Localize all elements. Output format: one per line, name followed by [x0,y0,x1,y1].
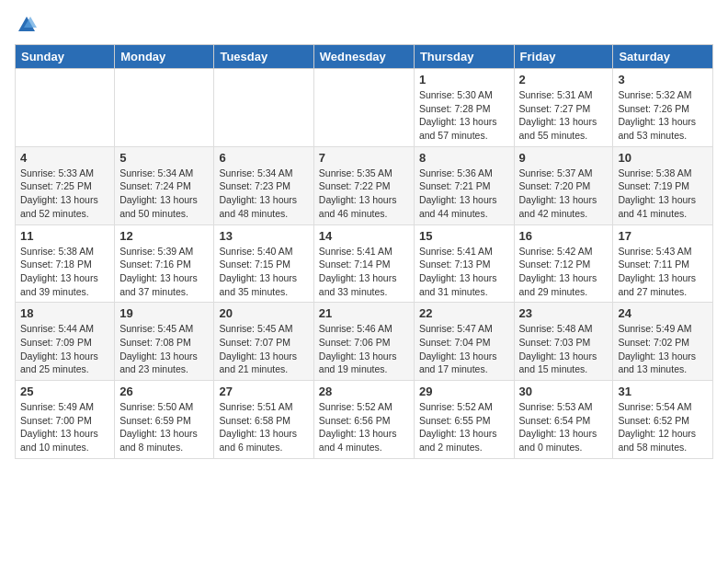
weekday-header-thursday: Thursday [414,45,514,69]
calendar-cell: 12Sunrise: 5:39 AM Sunset: 7:16 PM Dayli… [115,224,214,303]
calendar-cell: 4Sunrise: 5:33 AM Sunset: 7:25 PM Daylig… [16,146,115,224]
weekday-header-saturday: Saturday [613,45,713,69]
calendar-cell: 13Sunrise: 5:40 AM Sunset: 7:15 PM Dayli… [214,224,313,303]
day-number: 4 [20,151,109,165]
calendar-week-row: 4Sunrise: 5:33 AM Sunset: 7:25 PM Daylig… [16,146,713,224]
day-info: Sunrise: 5:52 AM Sunset: 6:55 PM Dayligh… [419,400,509,454]
day-number: 7 [319,151,409,165]
day-info: Sunrise: 5:48 AM Sunset: 7:03 PM Dayligh… [519,322,609,376]
day-number: 29 [419,385,509,398]
day-info: Sunrise: 5:34 AM Sunset: 7:24 PM Dayligh… [119,167,209,221]
weekday-header-wednesday: Wednesday [313,45,414,69]
day-number: 1 [419,73,509,86]
day-info: Sunrise: 5:52 AM Sunset: 6:56 PM Dayligh… [319,400,409,454]
calendar-cell [313,69,414,147]
day-number: 21 [319,306,409,320]
calendar-cell: 20Sunrise: 5:45 AM Sunset: 7:07 PM Dayli… [214,303,313,381]
calendar-cell: 18Sunrise: 5:44 AM Sunset: 7:09 PM Dayli… [16,303,115,381]
calendar-cell: 21Sunrise: 5:46 AM Sunset: 7:06 PM Dayli… [313,303,414,381]
calendar-cell: 10Sunrise: 5:38 AM Sunset: 7:19 PM Dayli… [613,146,713,224]
day-number: 12 [119,229,209,243]
day-info: Sunrise: 5:30 AM Sunset: 7:28 PM Dayligh… [419,88,509,143]
calendar-cell: 5Sunrise: 5:34 AM Sunset: 7:24 PM Daylig… [115,146,214,224]
day-info: Sunrise: 5:35 AM Sunset: 7:22 PM Dayligh… [319,167,409,221]
day-info: Sunrise: 5:34 AM Sunset: 7:23 PM Dayligh… [219,167,308,221]
day-info: Sunrise: 5:46 AM Sunset: 7:06 PM Dayligh… [319,322,409,376]
weekday-header-sunday: Sunday [16,45,115,69]
day-number: 27 [219,385,308,398]
day-number: 9 [519,151,609,165]
calendar-cell [16,69,115,147]
calendar-cell: 7Sunrise: 5:35 AM Sunset: 7:22 PM Daylig… [313,146,414,224]
logo [15,15,37,35]
day-number: 14 [319,229,409,243]
day-info: Sunrise: 5:40 AM Sunset: 7:15 PM Dayligh… [219,245,308,299]
calendar-cell: 6Sunrise: 5:34 AM Sunset: 7:23 PM Daylig… [214,146,313,224]
day-info: Sunrise: 5:53 AM Sunset: 6:54 PM Dayligh… [519,400,609,454]
calendar-cell: 1Sunrise: 5:30 AM Sunset: 7:28 PM Daylig… [414,69,514,147]
calendar-table: SundayMondayTuesdayWednesdayThursdayFrid… [15,44,713,459]
day-info: Sunrise: 5:50 AM Sunset: 6:59 PM Dayligh… [119,400,209,454]
calendar-cell: 16Sunrise: 5:42 AM Sunset: 7:12 PM Dayli… [514,224,613,303]
day-number: 8 [419,151,509,165]
day-info: Sunrise: 5:51 AM Sunset: 6:58 PM Dayligh… [219,400,308,454]
day-info: Sunrise: 5:33 AM Sunset: 7:25 PM Dayligh… [20,167,109,221]
day-number: 5 [119,151,209,165]
calendar-cell: 28Sunrise: 5:52 AM Sunset: 6:56 PM Dayli… [313,381,414,459]
day-info: Sunrise: 5:43 AM Sunset: 7:11 PM Dayligh… [618,245,708,299]
day-number: 25 [20,385,109,398]
day-info: Sunrise: 5:41 AM Sunset: 7:13 PM Dayligh… [419,245,509,299]
day-info: Sunrise: 5:39 AM Sunset: 7:16 PM Dayligh… [119,245,209,299]
day-info: Sunrise: 5:41 AM Sunset: 7:14 PM Dayligh… [319,245,409,299]
day-info: Sunrise: 5:42 AM Sunset: 7:12 PM Dayligh… [519,245,609,299]
calendar-cell: 3Sunrise: 5:32 AM Sunset: 7:26 PM Daylig… [613,69,713,147]
day-info: Sunrise: 5:32 AM Sunset: 7:26 PM Dayligh… [618,88,708,143]
calendar-cell: 11Sunrise: 5:38 AM Sunset: 7:18 PM Dayli… [16,224,115,303]
logo-icon [17,15,37,35]
day-number: 28 [319,385,409,398]
day-number: 31 [618,385,708,398]
calendar-cell: 17Sunrise: 5:43 AM Sunset: 7:11 PM Dayli… [613,224,713,303]
calendar-cell: 25Sunrise: 5:49 AM Sunset: 7:00 PM Dayli… [16,381,115,459]
day-number: 19 [119,306,209,320]
day-number: 18 [20,306,109,320]
day-info: Sunrise: 5:37 AM Sunset: 7:20 PM Dayligh… [519,167,609,221]
calendar-week-row: 11Sunrise: 5:38 AM Sunset: 7:18 PM Dayli… [16,224,713,303]
day-info: Sunrise: 5:49 AM Sunset: 7:00 PM Dayligh… [20,400,109,454]
day-number: 16 [519,229,609,243]
day-info: Sunrise: 5:49 AM Sunset: 7:02 PM Dayligh… [618,322,708,376]
day-number: 22 [419,306,509,320]
weekday-header-tuesday: Tuesday [214,45,313,69]
calendar-cell: 31Sunrise: 5:54 AM Sunset: 6:52 PM Dayli… [613,381,713,459]
day-info: Sunrise: 5:47 AM Sunset: 7:04 PM Dayligh… [419,322,509,376]
day-info: Sunrise: 5:54 AM Sunset: 6:52 PM Dayligh… [618,400,708,454]
calendar-cell: 15Sunrise: 5:41 AM Sunset: 7:13 PM Dayli… [414,224,514,303]
day-info: Sunrise: 5:45 AM Sunset: 7:07 PM Dayligh… [219,322,308,376]
calendar-week-row: 25Sunrise: 5:49 AM Sunset: 7:00 PM Dayli… [16,381,713,459]
day-number: 26 [119,385,209,398]
weekday-header-row: SundayMondayTuesdayWednesdayThursdayFrid… [16,45,713,69]
day-info: Sunrise: 5:38 AM Sunset: 7:18 PM Dayligh… [20,245,109,299]
calendar-cell: 8Sunrise: 5:36 AM Sunset: 7:21 PM Daylig… [414,146,514,224]
day-number: 24 [618,306,708,320]
day-info: Sunrise: 5:44 AM Sunset: 7:09 PM Dayligh… [20,322,109,376]
calendar-cell: 23Sunrise: 5:48 AM Sunset: 7:03 PM Dayli… [514,303,613,381]
calendar-cell: 14Sunrise: 5:41 AM Sunset: 7:14 PM Dayli… [313,224,414,303]
day-number: 13 [219,229,308,243]
day-info: Sunrise: 5:36 AM Sunset: 7:21 PM Dayligh… [419,167,509,221]
day-number: 23 [519,306,609,320]
calendar-cell: 26Sunrise: 5:50 AM Sunset: 6:59 PM Dayli… [115,381,214,459]
day-number: 11 [20,229,109,243]
day-number: 10 [618,151,708,165]
calendar-cell: 29Sunrise: 5:52 AM Sunset: 6:55 PM Dayli… [414,381,514,459]
day-number: 30 [519,385,609,398]
calendar-week-row: 1Sunrise: 5:30 AM Sunset: 7:28 PM Daylig… [16,69,713,147]
day-number: 3 [618,73,708,86]
day-number: 20 [219,306,308,320]
calendar-cell [115,69,214,147]
weekday-header-friday: Friday [514,45,613,69]
day-number: 2 [519,73,609,86]
day-number: 6 [219,151,308,165]
calendar-cell: 19Sunrise: 5:45 AM Sunset: 7:08 PM Dayli… [115,303,214,381]
day-info: Sunrise: 5:38 AM Sunset: 7:19 PM Dayligh… [618,167,708,221]
